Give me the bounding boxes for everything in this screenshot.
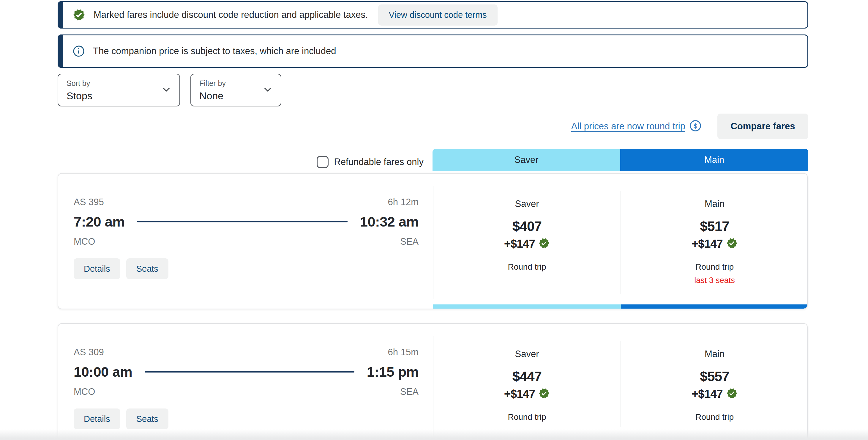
fare-table-header: Refundable fares only Saver Main xyxy=(58,149,808,171)
view-discount-code-terms-button[interactable]: View discount code terms xyxy=(378,4,498,26)
chevron-down-icon xyxy=(262,84,273,96)
depart-time: 7:20 am xyxy=(74,213,125,230)
main-accent-bar xyxy=(621,304,807,309)
flight-info: AS 309 6h 15m 10:00 am 1:15 pm MCO SEA D… xyxy=(74,324,418,429)
round-trip-prices-link[interactable]: All prices are now round trip $ xyxy=(571,120,701,133)
fare-price: $557 xyxy=(700,368,729,384)
flight-card: AS 395 6h 12m 7:20 am 10:32 am MCO SEA D… xyxy=(58,173,808,309)
companion-price: +$147 xyxy=(691,237,723,250)
flight-duration: 6h 15m xyxy=(388,347,418,358)
companion-price: +$147 xyxy=(504,387,535,401)
refundable-fares-checkbox[interactable] xyxy=(317,156,329,168)
route-line xyxy=(137,221,347,223)
flight-number: AS 309 xyxy=(74,347,104,358)
flight-info: AS 395 6h 12m 7:20 am 10:32 am MCO SEA D… xyxy=(74,174,418,279)
origin-airport: MCO xyxy=(74,236,95,247)
fare-cell-saver[interactable]: Saver $447 +$147 Round trip xyxy=(433,324,621,422)
tab-main[interactable]: Main xyxy=(620,149,808,171)
sort-by-select[interactable]: Sort by Stops xyxy=(58,74,180,107)
depart-time: 10:00 am xyxy=(74,363,132,380)
badge-check-icon xyxy=(538,238,550,250)
seats-button[interactable]: Seats xyxy=(126,258,168,279)
info-circle-icon xyxy=(73,45,85,57)
badge-check-icon xyxy=(538,388,550,400)
seats-button[interactable]: Seats xyxy=(126,409,168,429)
companion-banner: The companion price is subject to taxes,… xyxy=(58,34,808,68)
refundable-fares-toggle[interactable]: Refundable fares only xyxy=(317,156,424,168)
discount-banner: Marked fares include discount code reduc… xyxy=(58,1,808,29)
flight-card: AS 309 6h 15m 10:00 am 1:15 pm MCO SEA D… xyxy=(58,323,808,440)
flight-results-page: Marked fares include discount code reduc… xyxy=(0,0,868,440)
fare-class-label: Saver xyxy=(515,349,539,359)
fare-price: $447 xyxy=(513,368,541,384)
discount-banner-text: Marked fares include discount code reduc… xyxy=(94,9,368,20)
fare-class-label: Main xyxy=(705,349,724,359)
svg-text:$: $ xyxy=(694,122,698,129)
trip-type-label: Round trip xyxy=(508,412,546,422)
tab-saver[interactable]: Saver xyxy=(433,149,620,171)
fare-cell-saver[interactable]: Saver $407 +$147 Round trip xyxy=(433,174,621,272)
origin-airport: MCO xyxy=(74,386,95,397)
fare-class-label: Main xyxy=(705,199,724,209)
badge-check-icon xyxy=(73,9,85,21)
fare-price: $517 xyxy=(700,218,729,234)
saver-accent-bar xyxy=(433,304,621,309)
details-button[interactable]: Details xyxy=(74,258,120,279)
fare-class-label: Saver xyxy=(515,199,539,209)
arrive-time: 1:15 pm xyxy=(367,363,418,380)
companion-banner-text: The companion price is subject to taxes,… xyxy=(93,46,336,57)
companion-price: +$147 xyxy=(691,387,723,401)
chevron-down-icon xyxy=(161,84,172,96)
flight-duration: 6h 12m xyxy=(388,197,418,207)
flight-number: AS 395 xyxy=(74,197,104,207)
compare-fares-button[interactable]: Compare fares xyxy=(717,114,808,139)
refundable-fares-label: Refundable fares only xyxy=(334,157,424,167)
arrive-time: 10:32 am xyxy=(360,213,418,230)
badge-check-icon xyxy=(726,238,738,250)
route-line xyxy=(145,371,354,373)
trip-type-label: Round trip xyxy=(695,412,734,422)
details-button[interactable]: Details xyxy=(74,409,120,429)
destination-airport: SEA xyxy=(400,236,418,247)
fare-cell-main[interactable]: Main $557 +$147 Round trip xyxy=(621,324,808,422)
round-trip-prices-link-text[interactable]: All prices are now round trip xyxy=(571,121,685,132)
badge-check-icon xyxy=(726,388,738,400)
destination-airport: SEA xyxy=(400,386,418,397)
trip-type-label: Round trip xyxy=(508,262,546,272)
dollar-circle-icon: $ xyxy=(689,120,701,133)
trip-type-label: Round trip xyxy=(695,262,734,272)
companion-price: +$147 xyxy=(504,237,535,250)
fare-cell-main[interactable]: Main $517 +$147 Round trip last 3 seats xyxy=(621,174,808,285)
seats-left-warning: last 3 seats xyxy=(694,276,735,285)
filter-by-select[interactable]: Filter by None xyxy=(190,74,281,107)
pricing-bar: All prices are now round trip $ Compare … xyxy=(58,114,808,139)
fare-price: $407 xyxy=(513,218,541,234)
